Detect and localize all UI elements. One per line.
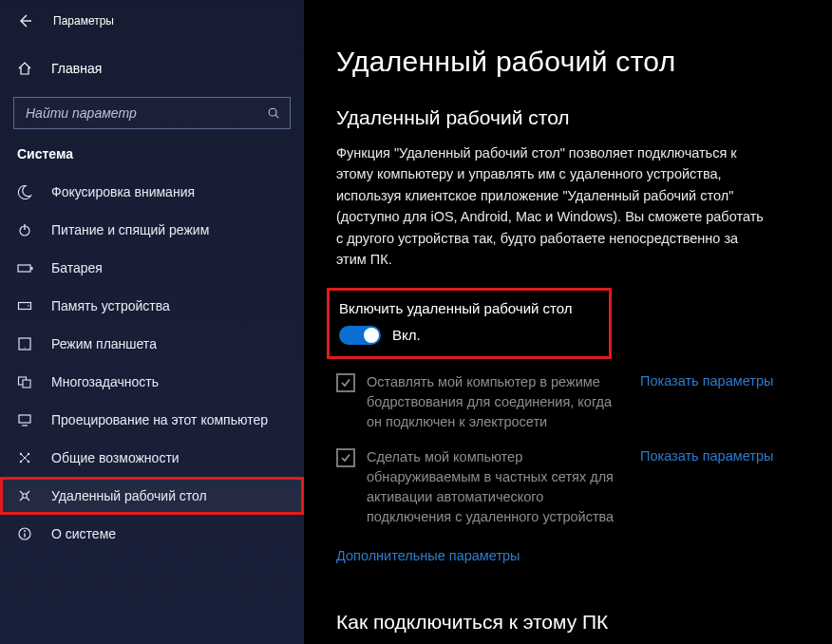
- sidebar-item-tablet-mode[interactable]: Режим планшета: [0, 325, 304, 363]
- sidebar-item-about[interactable]: О системе: [0, 515, 304, 553]
- sidebar-item-label: О системе: [51, 526, 116, 541]
- search-input[interactable]: [22, 100, 267, 126]
- shared-icon: [17, 450, 34, 465]
- svg-rect-12: [23, 380, 30, 388]
- tablet-icon: [17, 336, 34, 351]
- battery-icon: [17, 260, 34, 275]
- advanced-settings-link[interactable]: Дополнительные параметры: [336, 548, 520, 563]
- option-keep-awake-link[interactable]: Показать параметры: [640, 373, 773, 388]
- power-icon: [17, 222, 34, 237]
- sidebar-item-label: Режим планшета: [51, 336, 157, 351]
- sidebar-item-label: Удаленный рабочий стол: [51, 488, 207, 503]
- window-title: Параметры: [53, 14, 114, 28]
- about-icon: [17, 526, 34, 541]
- nav-list: Фокусировка внимания Питание и спящий ре…: [0, 173, 304, 553]
- multitask-icon: [17, 374, 34, 389]
- option-discoverable: Сделать мой компьютер обнаруживаемым в ч…: [336, 447, 800, 527]
- svg-point-18: [23, 494, 27, 498]
- moon-icon: [17, 184, 34, 199]
- option-keep-awake: Оставлять мой компьютер в режиме бодрств…: [336, 372, 800, 432]
- storage-icon: [17, 298, 34, 313]
- section-subtitle: Удаленный рабочий стол: [336, 106, 800, 129]
- sidebar-item-remote-desktop[interactable]: Удаленный рабочий стол: [0, 477, 304, 515]
- nav-home[interactable]: Главная: [0, 53, 304, 84]
- checkbox-keep-awake[interactable]: [336, 373, 355, 392]
- section-description: Функция "Удаленный рабочий стол" позволя…: [336, 142, 764, 271]
- enable-remote-block: Включить удаленный рабочий стол Вкл.: [327, 288, 612, 359]
- connect-section-title: Как подключиться к этому ПК: [336, 611, 800, 634]
- remote-icon: [17, 488, 34, 503]
- sidebar-item-label: Память устройства: [51, 298, 170, 313]
- svg-rect-5: [18, 265, 30, 272]
- svg-line-2: [275, 115, 278, 118]
- toggle-row: Вкл.: [339, 326, 599, 345]
- sidebar-item-shared-experiences[interactable]: Общие возможности: [0, 439, 304, 477]
- svg-point-1: [269, 108, 276, 116]
- sidebar-item-storage[interactable]: Память устройства: [0, 287, 304, 325]
- project-icon: [17, 412, 34, 427]
- page-title: Удаленный рабочий стол: [336, 46, 800, 78]
- enable-remote-label: Включить удаленный рабочий стол: [339, 300, 599, 316]
- option-discoverable-link[interactable]: Показать параметры: [640, 448, 773, 464]
- sidebar-item-projecting[interactable]: Проецирование на этот компьютер: [0, 401, 304, 439]
- search-box[interactable]: [13, 97, 291, 129]
- home-icon: [17, 61, 34, 76]
- main-content: Удаленный рабочий стол Удаленный рабочий…: [304, 0, 832, 644]
- sidebar-item-label: Многозадачность: [51, 374, 159, 389]
- search-icon: [267, 106, 280, 120]
- option-discoverable-text: Сделать мой компьютер обнаруживаемым в ч…: [367, 447, 623, 527]
- option-keep-awake-text: Оставлять мой компьютер в режиме бодрств…: [367, 372, 623, 432]
- svg-point-20: [24, 530, 26, 532]
- back-arrow-icon[interactable]: [17, 13, 32, 28]
- sidebar-item-label: Питание и спящий режим: [51, 222, 209, 237]
- svg-point-8: [28, 305, 29, 307]
- sidebar: Параметры Главная Система Фокусировка вн…: [0, 0, 304, 644]
- sidebar-item-focus-assist[interactable]: Фокусировка внимания: [0, 173, 304, 211]
- nav-home-label: Главная: [51, 61, 102, 76]
- svg-rect-6: [31, 267, 33, 270]
- svg-point-10: [24, 347, 25, 348]
- sidebar-item-power-sleep[interactable]: Питание и спящий режим: [0, 211, 304, 249]
- sidebar-item-multitasking[interactable]: Многозадачность: [0, 363, 304, 401]
- toggle-state-text: Вкл.: [392, 327, 421, 343]
- sidebar-item-label: Фокусировка внимания: [51, 184, 195, 199]
- sidebar-item-label: Общие возможности: [51, 450, 180, 465]
- enable-remote-toggle[interactable]: [339, 326, 381, 345]
- sidebar-item-battery[interactable]: Батарея: [0, 249, 304, 287]
- sidebar-item-label: Батарея: [51, 260, 103, 275]
- titlebar: Параметры: [0, 0, 304, 38]
- sidebar-item-label: Проецирование на этот компьютер: [51, 412, 268, 427]
- section-heading: Система: [0, 146, 304, 173]
- svg-rect-13: [19, 415, 30, 423]
- checkbox-discoverable[interactable]: [336, 448, 355, 467]
